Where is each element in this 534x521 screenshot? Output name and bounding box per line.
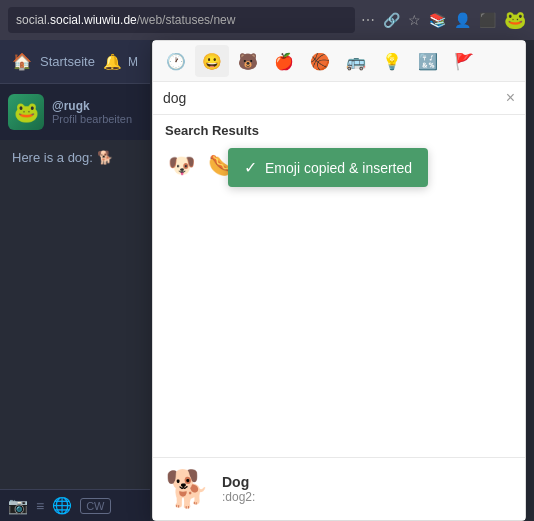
- results-header: Search Results: [153, 115, 525, 142]
- sidebar: 🏠 Startseite 🔔 M 🐸 @rugk Profil bearbeit…: [0, 40, 150, 521]
- category-recent[interactable]: 🕐: [159, 45, 193, 77]
- notification-bell-icon[interactable]: 🔔: [103, 53, 122, 71]
- cw-button[interactable]: CW: [80, 498, 110, 514]
- dog-code: :dog2:: [222, 490, 255, 504]
- emoji-search-input[interactable]: [163, 90, 506, 106]
- bookmark-icon[interactable]: ☆: [408, 12, 421, 28]
- nav-extra-label: M: [128, 55, 138, 69]
- category-smileys[interactable]: 😀: [195, 45, 229, 77]
- extensions-icon[interactable]: 📚: [429, 12, 446, 28]
- dog-name: Dog: [222, 474, 255, 490]
- home-icon: 🏠: [12, 52, 32, 71]
- search-clear-button[interactable]: ×: [506, 90, 515, 106]
- qr-icon[interactable]: ⬛: [479, 12, 496, 28]
- username: @rugk: [52, 99, 132, 113]
- share-icon[interactable]: 🔗: [383, 12, 400, 28]
- browser-url-bar[interactable]: social.social.wiuwiu.de /web/statuses/ne…: [8, 7, 355, 33]
- sidebar-nav: 🏠 Startseite 🔔 M: [0, 40, 150, 84]
- category-flags[interactable]: 🚩: [447, 45, 481, 77]
- url-domain: social.social.wiuwiu.de: [16, 13, 137, 27]
- main-layout: 🏠 Startseite 🔔 M 🐸 @rugk Profil bearbeit…: [0, 40, 534, 521]
- toast-notification: ✓ Emoji copied & inserted: [228, 148, 428, 187]
- dog-detail-emoji: 🐕: [165, 468, 210, 510]
- avatar: 🐸: [8, 94, 44, 130]
- category-travel[interactable]: 🚌: [339, 45, 373, 77]
- dog-detail-info: Dog :dog2:: [222, 474, 255, 504]
- check-icon: ✓: [244, 158, 257, 177]
- category-food[interactable]: 🍎: [267, 45, 301, 77]
- compose-area: Here is a dog: 🐕: [0, 140, 150, 489]
- camera-icon[interactable]: 📷: [8, 496, 28, 515]
- category-activities[interactable]: 🏀: [303, 45, 337, 77]
- category-animals[interactable]: 🐻: [231, 45, 265, 77]
- search-bar: ×: [153, 82, 525, 115]
- browser-icons: ⋯ 🔗 ☆ 📚 👤 ⬛ 🐸: [361, 9, 526, 31]
- extension-frog-icon[interactable]: 🐸: [504, 9, 526, 31]
- category-objects[interactable]: 💡: [375, 45, 409, 77]
- menu-icon[interactable]: ⋯: [361, 12, 375, 28]
- list-icon[interactable]: ≡: [36, 498, 44, 514]
- user-info: @rugk Profil bearbeiten: [52, 99, 132, 125]
- globe-icon[interactable]: 🌐: [52, 496, 72, 515]
- category-bar: 🕐 😀 🐻 🍎 🏀 🚌 💡 🔣 🚩: [153, 41, 525, 82]
- compose-text: Here is a dog: 🐕: [8, 146, 117, 169]
- dog-detail-row: 🐕 Dog :dog2:: [153, 457, 525, 520]
- url-path: /web/statuses/new: [137, 13, 236, 27]
- profile-edit-link[interactable]: Profil bearbeiten: [52, 113, 132, 125]
- nav-home-label: Startseite: [40, 54, 95, 69]
- category-symbols[interactable]: 🔣: [411, 45, 445, 77]
- sidebar-user: 🐸 @rugk Profil bearbeiten: [0, 84, 150, 140]
- emoji-dog-face[interactable]: 🐶: [163, 148, 199, 184]
- account-icon[interactable]: 👤: [454, 12, 471, 28]
- browser-chrome: social.social.wiuwiu.de /web/statuses/ne…: [0, 0, 534, 40]
- compose-toolbar: 📷 ≡ 🌐 CW: [0, 489, 150, 521]
- toast-text: Emoji copied & inserted: [265, 160, 412, 176]
- emoji-picker: 🕐 😀 🐻 🍎 🏀 🚌 💡 🔣 🚩 × Search Results 🐶 🌭 🐕: [152, 40, 526, 521]
